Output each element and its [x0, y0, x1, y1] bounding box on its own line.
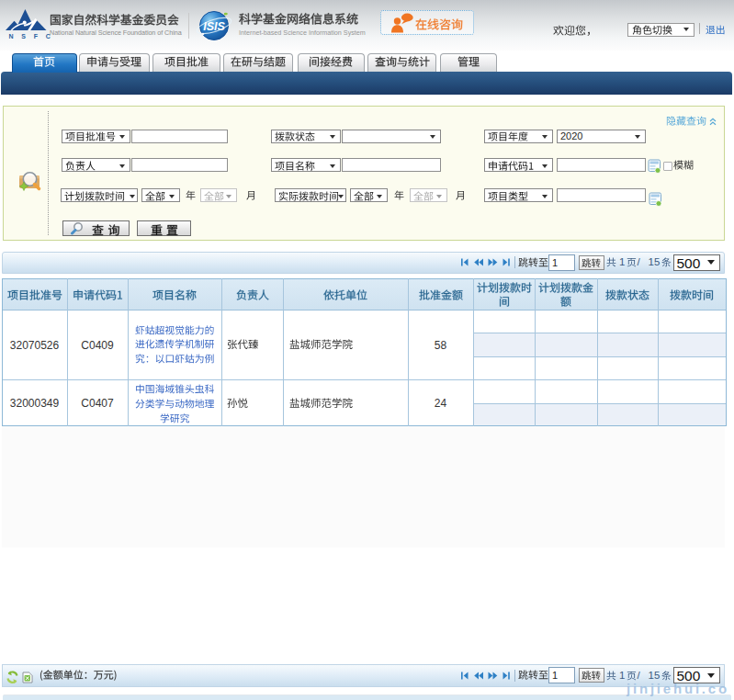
svg-text:ISIS: ISIS	[203, 20, 225, 33]
